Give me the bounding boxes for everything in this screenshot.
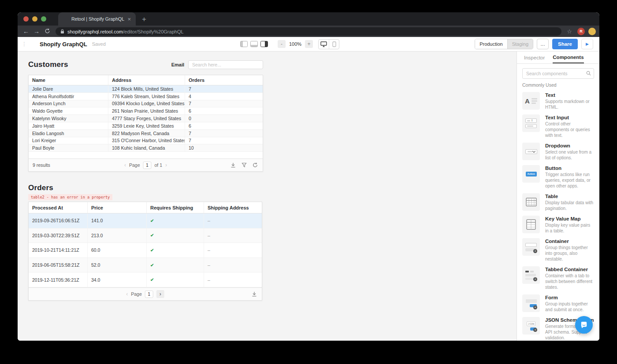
url-bar[interactable]: shopifygraphql.retool.com/editor/Shopify… [56, 27, 561, 36]
table-error-badge[interactable]: table2 - has an error in a property [28, 194, 112, 200]
drag-handle-icon[interactable]: ⋮ [22, 41, 26, 47]
toggle-bottom-panel-icon[interactable] [250, 41, 258, 47]
order-row[interactable]: 2019-09-26T16:06:51Z 141.0 ✔ – [29, 213, 262, 228]
customer-orders-cell: 0 [185, 115, 263, 122]
order-processed-at-cell: 2019-09-26T16:06:51Z [29, 213, 88, 228]
page-number-input[interactable] [145, 290, 153, 298]
customer-name-cell: Waldo Goyette [29, 107, 108, 114]
order-price-cell: 52.0 [88, 258, 147, 272]
minimize-window-icon[interactable] [32, 16, 37, 22]
tab-components[interactable]: Components [553, 51, 584, 63]
component-container[interactable]: + ContainerGroup things together into gr… [522, 238, 594, 262]
order-row[interactable]: 2019-03-30T22:39:51Z 213.0 ✔ – [29, 228, 262, 243]
column-header-shipping-address[interactable]: Shipping Address [204, 202, 262, 213]
next-page-icon[interactable]: › [156, 290, 164, 298]
run-preview-button[interactable]: ▶ [581, 39, 593, 49]
support-chat-button[interactable] [575, 316, 593, 334]
component-search-input[interactable] [522, 68, 594, 79]
column-header-price[interactable]: Price [88, 202, 147, 213]
customer-row[interactable]: Athena Runolfsdottir 776 Kaleb Stream, U… [29, 93, 263, 100]
toggle-right-panel-icon[interactable] [260, 41, 268, 47]
page-label: Page [129, 162, 140, 168]
orders-pagination: ‹ Page › [126, 290, 164, 298]
refresh-icon[interactable] [253, 162, 258, 168]
customer-name-cell: Jolie Dare [29, 85, 108, 92]
lock-icon [60, 29, 64, 34]
share-button[interactable]: Share [552, 39, 578, 49]
retool-logo-icon[interactable] [30, 41, 36, 47]
mobile-view-icon[interactable] [329, 40, 339, 49]
search-icon [586, 71, 591, 76]
page-number-input[interactable] [143, 162, 152, 169]
zoom-in-button[interactable]: + [305, 40, 313, 48]
desktop-view-icon[interactable] [319, 40, 329, 49]
production-button[interactable]: Production [475, 39, 507, 49]
prev-page-icon[interactable]: ‹ [126, 291, 128, 297]
browser-tab[interactable]: Retool | Shopify GraphQL × [58, 12, 136, 26]
close-window-icon[interactable] [23, 16, 29, 22]
component-text-input[interactable]: I Text InputControl other components or … [522, 114, 594, 138]
window-controls[interactable] [18, 16, 52, 22]
prev-page-icon[interactable]: ‹ [124, 162, 126, 168]
zoom-out-button[interactable]: - [278, 40, 286, 48]
customer-row[interactable]: Lori Kreiger 315 O'Conner Harbor, United… [29, 137, 263, 145]
column-header-address[interactable]: Address [108, 75, 185, 85]
extension-avatar[interactable]: R [577, 28, 585, 35]
component-dropdown[interactable]: DropdownSelect one value from a list of … [522, 143, 594, 161]
column-header-processed-at[interactable]: Processed At [29, 202, 88, 213]
order-requires-shipping-cell: ✔ [147, 243, 204, 257]
column-header-orders[interactable]: Orders [185, 75, 263, 85]
order-price-cell: 213.0 [88, 228, 147, 243]
order-requires-shipping-cell: ✔ [147, 258, 204, 272]
customer-row[interactable]: Jolie Dare 124 Block Mills, United State… [29, 85, 263, 93]
customer-name-cell: Anderson Lynch [29, 100, 108, 107]
order-row[interactable]: 2019-06-05T15:58:21Z 52.0 ✔ – [29, 258, 262, 273]
maximize-window-icon[interactable] [41, 16, 46, 22]
order-shipping-address-cell: – [204, 228, 262, 243]
column-header-name[interactable]: Name [29, 75, 108, 85]
customer-row[interactable]: Paul Boyle 108 Kuhic Island, Canada 10 [29, 144, 263, 152]
component-tabbed-container[interactable]: + Tabbed ContainerContainer with a tab t… [522, 266, 594, 290]
customers-pagination: ‹ Page of 1 › [124, 162, 167, 169]
customer-row[interactable]: Katelynn Wisoky 4777 Stacy Forges, Unite… [29, 115, 263, 122]
tab-inspector[interactable]: Inspector [524, 51, 545, 63]
component-text[interactable]: A TextSupports markdown or HTML. [522, 92, 594, 110]
tabbed-container-icon: + [522, 266, 540, 284]
more-options-button[interactable]: ... [537, 39, 549, 49]
page-label: Page [131, 291, 142, 297]
profile-avatar[interactable] [588, 28, 596, 35]
customer-row[interactable]: Jairo Hyatt 3259 Lexie Key, United State… [29, 122, 263, 130]
component-table[interactable]: TableDisplay tabular data with paginatio… [522, 193, 594, 211]
filter-icon[interactable] [242, 162, 247, 168]
retool-favicon-icon [62, 17, 68, 22]
component-form[interactable]: + FormGroup inputs together and submit a… [522, 294, 594, 313]
customer-name-cell: Lori Kreiger [29, 137, 108, 144]
order-row[interactable]: 2019-12-11T05:36:21Z 34.0 ✔ – [29, 272, 262, 287]
order-row[interactable]: 2019-10-21T14:11:21Z 60.0 ✔ – [29, 243, 262, 258]
customer-row[interactable]: Eladio Langosh 822 Madyson Rest, Canada … [29, 130, 263, 137]
component-button[interactable]: Action ButtonTrigger actions like run qu… [522, 165, 594, 189]
customer-address-cell: 315 O'Conner Harbor, United States [108, 137, 185, 144]
email-search-input[interactable] [188, 60, 263, 69]
download-icon[interactable] [252, 291, 257, 297]
page-of-label: of 1 [155, 162, 163, 168]
order-price-cell: 34.0 [88, 272, 147, 287]
customer-row[interactable]: Anderson Lynch 09394 Klocko Lodge, Unite… [29, 100, 263, 108]
environment-toggle: Production Staging [475, 39, 533, 49]
customer-orders-cell: 7 [185, 85, 263, 92]
column-header-requires-shipping[interactable]: Requires Shipping [147, 202, 204, 213]
download-icon[interactable] [230, 162, 236, 168]
close-tab-icon[interactable]: × [126, 16, 132, 22]
back-icon[interactable]: ← [21, 28, 31, 34]
toggle-left-panel-icon[interactable] [240, 41, 248, 47]
customer-row[interactable]: Waldo Goyette 261 Nolan Prairie, United … [29, 107, 263, 115]
forward-icon[interactable]: → [32, 28, 41, 34]
bookmark-star-icon[interactable]: ☆ [567, 28, 572, 35]
next-page-icon[interactable]: › [165, 162, 167, 168]
component-key-value-map[interactable]: Key Value MapDisplay key value pairs in … [522, 216, 594, 234]
dropdown-icon [522, 143, 540, 160]
staging-button[interactable]: Staging [507, 39, 533, 49]
new-tab-button[interactable]: + [142, 15, 146, 23]
reload-icon[interactable] [42, 28, 52, 35]
customer-name-cell: Athena Runolfsdottir [29, 93, 108, 100]
